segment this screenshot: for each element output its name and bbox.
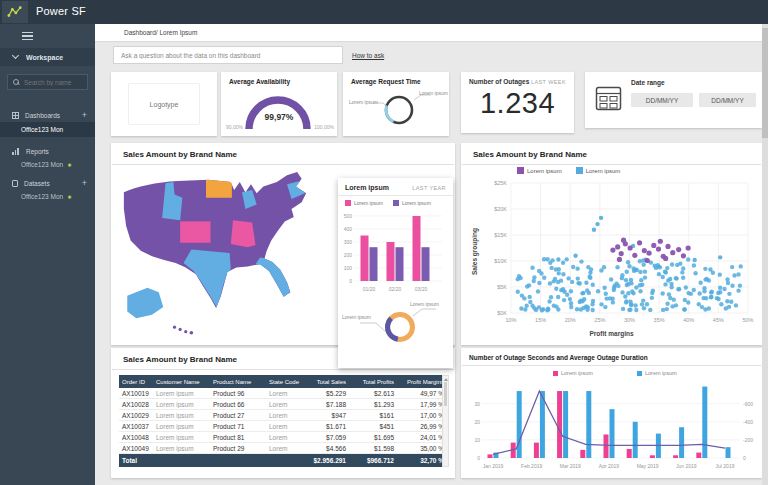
bar-series-2[interactable]	[370, 247, 378, 281]
scatter-point	[591, 299, 595, 303]
bar-pink[interactable]	[534, 443, 539, 458]
scatter-point	[550, 258, 554, 262]
table-cell: Lorem	[266, 434, 304, 441]
sidebar-section-reports[interactable]: Reports	[0, 144, 95, 158]
sidebar-item-report[interactable]: Office123 Mon ✱	[0, 157, 95, 172]
scatter-point	[642, 306, 646, 310]
y-tick: 300	[344, 239, 353, 245]
map-region-missouri[interactable]	[231, 220, 256, 247]
availability-gauge[interactable]: 99,97% 90,00% 100,00%	[221, 91, 337, 135]
y-tick: $10K	[494, 258, 507, 264]
scatter-point	[730, 265, 734, 269]
table-row[interactable]: AX10048Lorem ipsumProduct 81Lorem$7.059$…	[119, 432, 447, 443]
left-tick: 10	[474, 437, 480, 443]
table-cell: Customer Name	[153, 379, 210, 385]
bar-blue[interactable]	[610, 409, 615, 458]
scatter-point	[604, 291, 608, 295]
add-dataset-button[interactable]: +	[82, 179, 87, 188]
scatter-legend: Lorem ipsum Lorem ipsum	[517, 167, 620, 174]
map-region-colorado[interactable]	[180, 221, 210, 242]
bar-blue[interactable]	[726, 447, 731, 458]
table-row[interactable]: AX10028Lorem ipsumProduct 66Lorem$7.188$…	[119, 399, 447, 410]
bar-blue[interactable]	[702, 387, 707, 458]
sidebar-search-input[interactable]	[24, 79, 84, 86]
scatter-point	[532, 279, 536, 283]
legend-label: Lorem ipsum	[402, 200, 431, 206]
bar-pink[interactable]	[488, 454, 493, 458]
bar-blue[interactable]	[517, 391, 522, 458]
scatter-point	[718, 272, 722, 276]
app-logo[interactable]	[2, 1, 28, 23]
overlay-chart-card: Lorem ipsum LAST YEAR Lorem ipsum Lorem …	[338, 178, 453, 368]
bar-pink[interactable]	[673, 455, 678, 458]
scatter-point	[642, 248, 647, 253]
table-cell: Product 27	[210, 412, 266, 419]
add-dashboard-button[interactable]: +	[82, 111, 87, 120]
sales-table[interactable]: Order IDCustomer NameProduct NameState C…	[119, 375, 447, 467]
how-to-ask-link[interactable]: How to ask	[352, 52, 384, 59]
map-region-hawaii[interactable]	[173, 326, 193, 335]
scatter-point	[639, 278, 643, 282]
scatter-point	[715, 296, 719, 300]
bar-series-1[interactable]	[387, 242, 395, 281]
bar-blue[interactable]	[586, 391, 591, 458]
sidebar-section-datasets[interactable]: Datasets +	[0, 176, 95, 190]
page-scroll-thumb[interactable]	[762, 28, 768, 138]
table-row[interactable]: AX10029Lorem ipsumProduct 27Lorem$947$16…	[119, 410, 447, 421]
x-tick: 20%	[565, 317, 576, 323]
bar-pink[interactable]	[627, 449, 632, 458]
date-end-field[interactable]: DD/MM/YY	[699, 93, 756, 107]
map-region-texas[interactable]	[184, 250, 231, 309]
bar-series-1[interactable]	[413, 216, 421, 281]
scroll-thumb[interactable]	[444, 382, 447, 406]
sidebar-section-dashboards[interactable]: Dashboards +	[0, 108, 95, 122]
scatter-point	[641, 262, 645, 266]
table-row[interactable]: AX10019Lorem ipsumProduct 96Lorem$5.229$…	[119, 388, 447, 399]
scatter-point	[570, 280, 574, 284]
bar-pink[interactable]	[696, 453, 701, 458]
scatter-point	[576, 276, 580, 280]
bar-pink[interactable]	[604, 434, 609, 458]
table-cell: 32,70 %	[397, 457, 447, 464]
sidebar-item-dataset[interactable]: Office123 Mon ✱	[0, 189, 95, 204]
column-chart[interactable]: 500400300200100001/2002/2003/20	[338, 207, 449, 301]
overlay-donut[interactable]: Lorem ipsum Lorem ipsum	[338, 301, 453, 357]
scatter-point	[640, 302, 644, 306]
qa-question-input[interactable]	[113, 46, 343, 64]
scatter-point	[545, 257, 549, 261]
bar-blue[interactable]	[633, 422, 638, 458]
scatter-point	[651, 289, 655, 293]
y-tick: $5K	[497, 284, 507, 290]
us-choropleth-map[interactable]	[116, 169, 341, 339]
map-region-alaska[interactable]	[127, 288, 163, 318]
bar-blue[interactable]	[563, 391, 568, 458]
combo-chart[interactable]: 30-60020-40010-20000Jan 2019Feb 2019Mar …	[463, 376, 760, 474]
star-icon: ✱	[67, 194, 71, 200]
scatter-plot[interactable]: $25K$20K$15K$10K$5K$0K10%15%20%25%30%35%…	[467, 179, 756, 329]
bar-series-1[interactable]	[361, 236, 369, 282]
sidebar-search[interactable]	[7, 74, 88, 90]
scatter-point	[615, 265, 619, 269]
table-row[interactable]: AX10049Lorem ipsumProduct 29Lorem$4.566$…	[119, 443, 447, 454]
scatter-point	[612, 288, 616, 292]
bar-blue[interactable]	[679, 427, 684, 458]
sidebar-item-dashboard[interactable]: Office123 Mon	[0, 122, 95, 137]
table-cell: Product Name	[210, 379, 266, 385]
bar-series-2[interactable]	[422, 247, 430, 281]
date-start-field[interactable]: DD/MM/YY	[631, 93, 693, 107]
bar-pink[interactable]	[557, 391, 562, 458]
scatter-point	[646, 251, 651, 256]
bar-pink[interactable]	[650, 455, 655, 458]
bar-pink[interactable]	[580, 450, 585, 458]
request-time-donut[interactable]: Lorem ipsum Lorem ipsum	[343, 89, 449, 137]
map-region-north-dakota[interactable]	[206, 180, 232, 198]
scatter-point	[638, 289, 642, 293]
menu-icon[interactable]	[22, 32, 33, 41]
bar-series-2[interactable]	[396, 247, 404, 281]
page-scrollbar[interactable]	[762, 24, 768, 485]
scroll-up-arrow[interactable]	[444, 378, 448, 381]
map-region-florida[interactable]	[256, 257, 291, 298]
table-row[interactable]: AX10037Lorem ipsumProduct 71Lorem$1.671$…	[119, 421, 447, 432]
workspace-selector[interactable]: Workspace	[0, 48, 95, 66]
table-scrollbar[interactable]	[442, 375, 449, 467]
